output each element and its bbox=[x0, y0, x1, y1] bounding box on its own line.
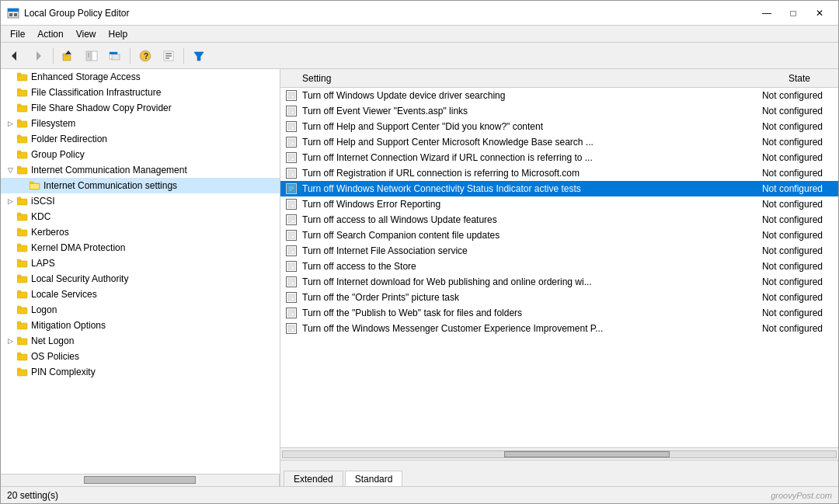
tree-item-pin-complexity[interactable]: PIN Complexity bbox=[1, 364, 280, 380]
table-row[interactable]: Turn off Registration if URL connection … bbox=[280, 165, 838, 181]
tree-label: LAPS bbox=[31, 258, 55, 269]
table-row[interactable]: Turn off the "Order Prints" picture task… bbox=[280, 290, 838, 305]
tree-item-iscsi[interactable]: ▷ iSCSI bbox=[1, 193, 280, 209]
tree-item-laps[interactable]: LAPS bbox=[1, 255, 280, 271]
row-state-text: Not configured bbox=[714, 276, 838, 287]
expand-placeholder bbox=[4, 242, 16, 254]
properties-button[interactable] bbox=[158, 46, 179, 66]
tree-item-os-policies[interactable]: OS Policies bbox=[1, 349, 280, 364]
expand-icon[interactable]: ▷ bbox=[4, 195, 16, 207]
left-horizontal-scrollbar[interactable] bbox=[1, 474, 280, 486]
new-window-button[interactable] bbox=[104, 46, 126, 66]
tree-item-group-policy[interactable]: Group Policy bbox=[1, 147, 280, 162]
bottom-area: Extended Standard bbox=[280, 447, 838, 486]
menu-view[interactable]: View bbox=[70, 27, 103, 41]
expand-placeholder bbox=[4, 86, 16, 99]
expand-placeholder bbox=[4, 366, 16, 378]
tree-item-kernel-dma[interactable]: Kernel DMA Protection bbox=[1, 240, 280, 255]
svg-rect-1 bbox=[8, 9, 19, 12]
tree-item-local-security[interactable]: Local Security Authority bbox=[1, 271, 280, 287]
filter-button[interactable] bbox=[188, 46, 210, 66]
tree-item-kerberos[interactable]: Kerberos bbox=[1, 224, 280, 240]
row-setting-text: Turn off Help and Support Center Microso… bbox=[299, 137, 714, 148]
tree-label: Enhanced Storage Access bbox=[31, 71, 141, 82]
table-row[interactable]: Turn off access to all Windows Update fe… bbox=[280, 212, 838, 228]
table-row[interactable]: Turn off Internet Connection Wizard if U… bbox=[280, 150, 838, 165]
folder-up-button[interactable] bbox=[57, 46, 79, 66]
tab-extended[interactable]: Extended bbox=[284, 471, 343, 486]
row-setting-text: Turn off Help and Support Center "Did yo… bbox=[299, 121, 714, 132]
expand-icon[interactable]: ▷ bbox=[4, 117, 16, 130]
policy-icon bbox=[284, 290, 299, 305]
row-state-text: Not configured bbox=[714, 214, 838, 225]
tree-label: Kerberos bbox=[31, 227, 69, 238]
tree-item-internet-comm-settings[interactable]: Internet Communication settings bbox=[1, 178, 280, 193]
tree-item-folder-redirection[interactable]: Folder Redirection bbox=[1, 131, 280, 147]
folder-icon bbox=[16, 71, 29, 83]
tree-item-filesystem[interactable]: ▷ Filesystem bbox=[1, 116, 280, 131]
toolbar-sep-2 bbox=[130, 48, 131, 64]
svg-rect-3 bbox=[14, 13, 17, 16]
horizontal-scrollbar[interactable] bbox=[280, 448, 838, 461]
column-header-setting[interactable]: Setting bbox=[296, 73, 701, 84]
table-row[interactable]: Turn off Search Companion content file u… bbox=[280, 228, 838, 243]
menu-help[interactable]: Help bbox=[103, 27, 134, 41]
policy-icon bbox=[284, 181, 299, 196]
svg-rect-48 bbox=[17, 244, 21, 246]
policy-icon bbox=[284, 228, 299, 243]
tree-item-kdc[interactable]: KDC bbox=[1, 209, 280, 224]
table-row[interactable]: Turn off access to the Store Not configu… bbox=[280, 259, 838, 274]
tree-item-internet-comm-mgmt[interactable]: ▽ Internet Communication Management bbox=[1, 162, 280, 178]
folder-icon bbox=[16, 164, 29, 176]
tab-standard[interactable]: Standard bbox=[345, 471, 403, 486]
svg-rect-42 bbox=[17, 197, 21, 200]
menu-action[interactable]: Action bbox=[31, 27, 69, 41]
table-row[interactable]: Turn off Windows Update device driver se… bbox=[280, 88, 838, 103]
table-row[interactable]: Turn off the "Publish to Web" task for f… bbox=[280, 305, 838, 321]
row-setting-text: Turn off access to the Store bbox=[299, 261, 714, 272]
svg-rect-2 bbox=[9, 13, 12, 16]
column-header-state[interactable]: State bbox=[701, 73, 826, 84]
maximize-button[interactable]: □ bbox=[781, 4, 806, 23]
tree-item-mitigation[interactable]: Mitigation Options bbox=[1, 318, 280, 333]
help-button[interactable]: ? bbox=[134, 46, 156, 66]
tree-item-locale-services[interactable]: Locale Services bbox=[1, 287, 280, 302]
tree-label: File Share Shadow Copy Provider bbox=[31, 103, 172, 113]
show-hide-button[interactable] bbox=[81, 46, 103, 66]
right-panel: Setting State bbox=[280, 69, 838, 486]
table-row[interactable]: Turn off Internet File Association servi… bbox=[280, 243, 838, 259]
row-setting-text: Turn off Event Viewer "Events.asp" links bbox=[299, 106, 714, 116]
minimize-button[interactable]: — bbox=[754, 4, 779, 23]
table-row[interactable]: Turn off Event Viewer "Events.asp" links… bbox=[280, 103, 838, 119]
back-button[interactable] bbox=[4, 46, 26, 66]
svg-rect-29 bbox=[17, 104, 21, 106]
expand-icon[interactable]: ▽ bbox=[4, 164, 16, 176]
menu-file[interactable]: File bbox=[4, 27, 31, 41]
close-button[interactable]: ✕ bbox=[807, 4, 832, 23]
folder-icon bbox=[16, 257, 29, 269]
tree-label: Logon bbox=[31, 304, 57, 315]
table-row[interactable]: Turn off Windows Error Reporting Not con… bbox=[280, 196, 838, 212]
table-row[interactable]: Turn off Internet download for Web publi… bbox=[280, 274, 838, 290]
status-bar: 20 setting(s) groovyPost.com bbox=[1, 486, 838, 503]
tree-item-file-share[interactable]: File Share Shadow Copy Provider bbox=[1, 100, 280, 116]
table-row[interactable]: Turn off Help and Support Center "Did yo… bbox=[280, 119, 838, 134]
forward-button[interactable] bbox=[27, 46, 49, 66]
svg-rect-37 bbox=[17, 166, 21, 169]
svg-rect-33 bbox=[17, 135, 21, 137]
table-row[interactable]: Turn off the Windows Messenger Customer … bbox=[280, 321, 838, 336]
expand-placeholder bbox=[4, 273, 16, 285]
table-row-selected[interactable]: Turn off Windows Network Connectivity St… bbox=[280, 181, 838, 196]
expand-icon[interactable]: ▷ bbox=[4, 335, 16, 347]
tree-item-logon[interactable]: Logon bbox=[1, 302, 280, 318]
row-setting-text: Turn off Windows Network Connectivity St… bbox=[299, 183, 714, 194]
tree-item-file-classification[interactable]: File Classification Infrastructure bbox=[1, 85, 280, 100]
svg-marker-8 bbox=[65, 50, 71, 54]
tree-panel: Enhanced Storage Access File Classificat… bbox=[1, 69, 280, 474]
table-row[interactable]: Turn off Help and Support Center Microso… bbox=[280, 134, 838, 150]
tree-item-enhanced-storage[interactable]: Enhanced Storage Access bbox=[1, 69, 280, 85]
row-state-text: Not configured bbox=[714, 121, 838, 132]
svg-rect-56 bbox=[17, 306, 21, 308]
policy-icon bbox=[284, 274, 299, 290]
tree-item-net-logon[interactable]: ▷ Net Logon bbox=[1, 333, 280, 349]
